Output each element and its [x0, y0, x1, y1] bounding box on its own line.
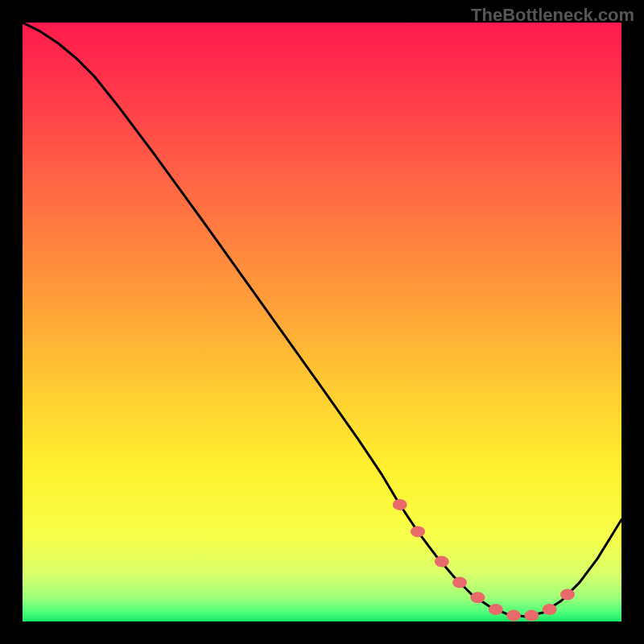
plot-area: [23, 23, 621, 621]
chart-container: TheBottleneck.com: [0, 0, 644, 644]
gradient-background: [23, 23, 621, 621]
svg-rect-0: [23, 23, 621, 621]
watermark-text: TheBottleneck.com: [471, 5, 634, 26]
